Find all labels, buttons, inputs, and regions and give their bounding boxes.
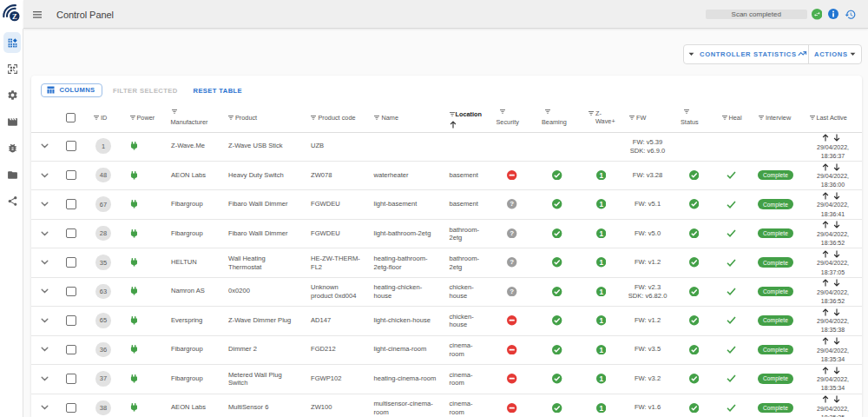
svg-text:1: 1 (599, 346, 603, 354)
svg-text:?: ? (510, 288, 515, 295)
svg-text:1: 1 (599, 317, 603, 325)
svg-text:1: 1 (599, 288, 603, 295)
svg-text:1: 1 (599, 229, 603, 237)
svg-text:1: 1 (599, 259, 603, 267)
svg-text:1: 1 (599, 201, 603, 208)
svg-text:?: ? (510, 259, 515, 267)
svg-text:?: ? (510, 229, 515, 237)
svg-text:1: 1 (599, 375, 603, 383)
svg-text:1: 1 (599, 172, 603, 180)
svg-text:?: ? (510, 201, 515, 208)
svg-text:Z: Z (12, 12, 17, 21)
svg-text:1: 1 (599, 404, 603, 412)
